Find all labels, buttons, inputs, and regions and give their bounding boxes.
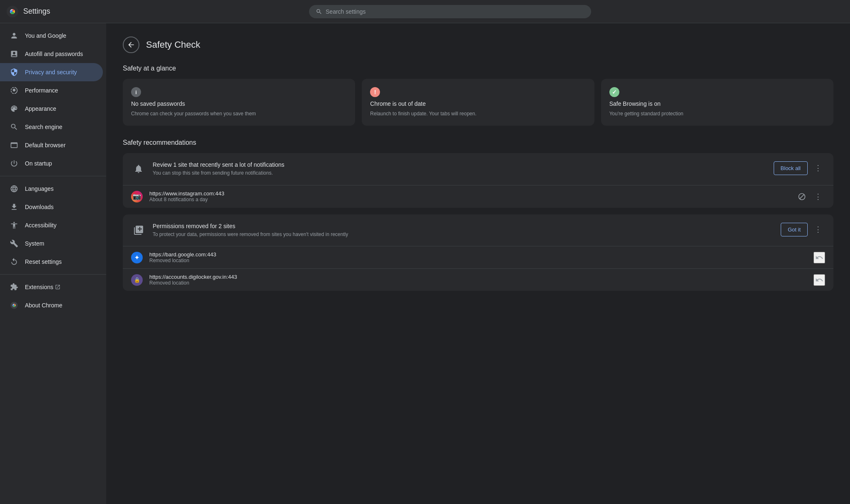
content-area: Safety Check Safety at a glance i No sav… [106, 23, 850, 504]
safe-browsing-card-desc: You're getting standard protection [609, 110, 825, 117]
back-button[interactable] [123, 37, 139, 53]
languages-icon [10, 185, 18, 193]
sidebar-item-search-engine[interactable]: Search engine [0, 118, 103, 136]
sidebar-label-privacy: Privacy and security [25, 69, 77, 75]
rec-group-permissions: Permissions removed for 2 sites To prote… [123, 214, 833, 291]
digilocker-favicon: 🔒 [131, 274, 143, 286]
bell-icon [131, 161, 146, 176]
header: Settings [0, 0, 850, 23]
passwords-card-desc: Chrome can check your passwords when you… [131, 110, 347, 117]
rec-header-permissions: Permissions removed for 2 sites To prote… [123, 214, 833, 246]
extensions-row: Extensions [25, 284, 61, 290]
sidebar-label-on-startup: On startup [25, 160, 52, 167]
recommendations-section: Review 1 site that recently sent a lot o… [123, 153, 833, 298]
autofill-icon [10, 50, 18, 58]
sidebar-label-languages: Languages [25, 185, 54, 192]
permissions-more-button[interactable]: ⋮ [811, 223, 825, 236]
rec-actions-notifications: Block all ⋮ [774, 161, 825, 175]
instagram-site-info: https://www.instagram.com:443 About 8 no… [149, 190, 789, 202]
sidebar-item-you-and-google[interactable]: You and Google [0, 27, 103, 45]
app-title: Settings [23, 7, 50, 16]
sidebar-item-accessibility[interactable]: Accessibility [0, 216, 103, 234]
sidebar-item-default-browser[interactable]: Default browser [0, 136, 103, 154]
reset-icon [10, 258, 18, 266]
sidebar-label-search-engine: Search engine [25, 124, 62, 130]
extensions-icon [10, 283, 18, 291]
downloads-icon [10, 203, 18, 211]
sidebar-item-privacy[interactable]: Privacy and security [0, 63, 103, 81]
rec-header-notifications: Review 1 site that recently sent a lot o… [123, 153, 833, 185]
sidebar-divider-1 [0, 176, 106, 176]
search-input[interactable] [326, 8, 585, 15]
main-layout: You and Google Autofill and passwords Pr… [0, 23, 850, 504]
sidebar-item-reset-settings[interactable]: Reset settings [0, 253, 103, 271]
safety-at-a-glance-title: Safety at a glance [123, 65, 833, 72]
sidebar-item-appearance[interactable]: Appearance [0, 100, 103, 118]
site-row-digilocker: 🔒 https://accounts.digilocker.gov.in:443… [123, 268, 833, 291]
sidebar-item-about-chrome[interactable]: About Chrome [0, 296, 103, 314]
instagram-action: ⋮ [796, 190, 825, 203]
sidebar-label-about-chrome: About Chrome [25, 302, 62, 309]
sidebar-item-languages[interactable]: Languages [0, 180, 103, 198]
rec-text-permissions: Permissions removed for 2 sites To prote… [153, 223, 774, 238]
person-icon [10, 32, 18, 40]
chrome-logo-icon [7, 6, 18, 17]
bard-favicon: ✦ [131, 252, 143, 263]
sidebar-item-downloads[interactable]: Downloads [0, 198, 103, 216]
performance-icon [10, 86, 18, 95]
sidebar-label-accessibility: Accessibility [25, 222, 56, 229]
sidebar-label-you-and-google: You and Google [25, 32, 66, 39]
sidebar-label-reset-settings: Reset settings [25, 258, 62, 265]
sidebar-label-default-browser: Default browser [25, 142, 66, 149]
search-icon [316, 8, 322, 15]
notifications-more-button[interactable]: ⋮ [811, 162, 825, 174]
got-it-button[interactable]: Got it [781, 223, 808, 236]
sidebar-item-autofill[interactable]: Autofill and passwords [0, 45, 103, 63]
sidebar-divider-2 [0, 274, 106, 275]
rec-title-permissions: Permissions removed for 2 sites [153, 223, 774, 229]
sidebar-label-appearance: Appearance [25, 105, 56, 112]
glance-card-update: ! Chrome is out of date Relaunch to fini… [362, 79, 594, 126]
block-circle-icon [796, 191, 808, 202]
page-title: Safety Check [146, 39, 200, 50]
glance-card-passwords: i No saved passwords Chrome can check yo… [123, 79, 355, 126]
sidebar-item-extensions[interactable]: Extensions [0, 278, 103, 296]
sidebar-label-autofill: Autofill and passwords [25, 51, 83, 57]
sidebar-label-performance: Performance [25, 87, 58, 94]
external-link-icon [55, 284, 61, 290]
safety-recommendations-title: Safety recommendations [123, 139, 833, 146]
bard-url: https://bard.google.com:443 [149, 251, 807, 258]
digilocker-url: https://accounts.digilocker.gov.in:443 [149, 274, 807, 280]
sidebar-label-downloads: Downloads [25, 204, 54, 210]
digilocker-sub: Removed location [149, 280, 807, 286]
digilocker-action [813, 274, 825, 286]
sidebar-item-on-startup[interactable]: On startup [0, 154, 103, 173]
rec-desc-permissions: To protect your data, permissions were r… [153, 231, 774, 238]
sidebar-label-extensions: Extensions [25, 284, 53, 290]
accessibility-icon [10, 221, 18, 229]
search-engine-icon [10, 123, 18, 131]
instagram-sub: About 8 notifications a day [149, 197, 789, 202]
passwords-card-title: No saved passwords [131, 100, 347, 107]
update-card-title: Chrome is out of date [370, 100, 586, 107]
bard-undo-button[interactable] [813, 252, 825, 263]
instagram-favicon: 📷 [131, 191, 143, 202]
update-status-icon: ! [370, 87, 380, 97]
sidebar-item-system[interactable]: System [0, 234, 103, 253]
appearance-icon [10, 105, 18, 113]
digilocker-site-info: https://accounts.digilocker.gov.in:443 R… [149, 274, 807, 286]
site-row-instagram: 📷 https://www.instagram.com:443 About 8 … [123, 185, 833, 208]
permissions-icon [131, 223, 146, 238]
sidebar-item-performance[interactable]: Performance [0, 81, 103, 100]
search-bar [309, 5, 591, 18]
about-chrome-icon [10, 301, 18, 309]
block-all-button[interactable]: Block all [774, 161, 808, 175]
bard-sub: Removed location [149, 258, 807, 263]
instagram-more-button[interactable]: ⋮ [811, 190, 825, 203]
startup-icon [10, 159, 18, 168]
digilocker-undo-button[interactable] [813, 274, 825, 286]
update-card-desc: Relaunch to finish update. Your tabs wil… [370, 110, 586, 117]
sidebar-label-system: System [25, 240, 44, 247]
header-logo: Settings [7, 6, 50, 17]
shield-icon [10, 68, 18, 76]
